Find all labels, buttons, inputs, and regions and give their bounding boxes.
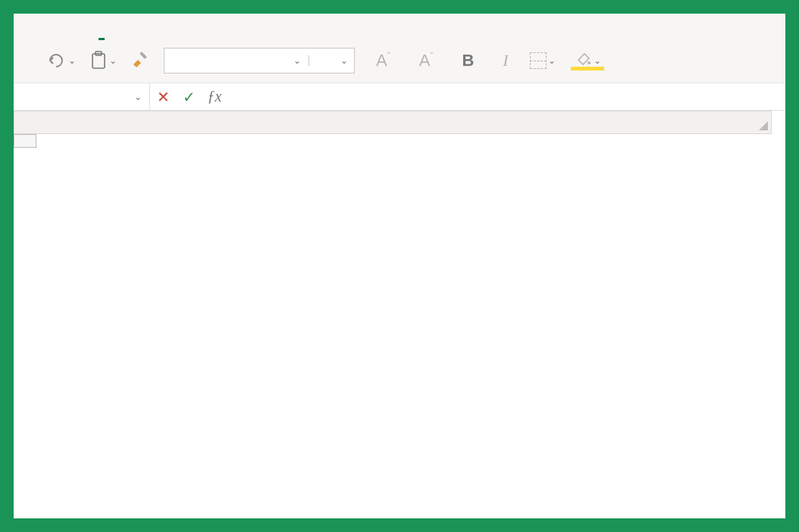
caret-up-icon: ˆ bbox=[387, 52, 390, 62]
toolbar: ⌄ ⌄ ⌄ ⌄ Aˆ Aˇ B bbox=[14, 40, 785, 83]
chevron-down-icon: ⌄ bbox=[293, 55, 301, 66]
decrease-font-button[interactable]: Aˇ bbox=[412, 51, 441, 70]
name-box[interactable]: ⌄ bbox=[14, 83, 150, 110]
tab-formulas[interactable] bbox=[293, 25, 299, 40]
tab-draw[interactable] bbox=[196, 25, 202, 40]
increase-font-button[interactable]: Aˆ bbox=[368, 51, 398, 70]
chevron-down-icon: ⌄ bbox=[340, 55, 348, 66]
paste-button[interactable]: ⌄ bbox=[89, 51, 117, 70]
font-selector[interactable]: ⌄ ⌄ bbox=[164, 48, 355, 74]
select-all-corner[interactable] bbox=[14, 111, 772, 134]
font-size-selector[interactable]: ⌄ bbox=[309, 55, 354, 66]
tab-page-layout[interactable] bbox=[244, 25, 250, 40]
chevron-down-icon: ⌄ bbox=[68, 55, 76, 66]
chevron-down-icon: ⌄ bbox=[109, 55, 117, 66]
fx-icon: ƒx bbox=[202, 83, 227, 110]
undo-icon bbox=[47, 52, 67, 69]
svg-rect-0 bbox=[92, 54, 105, 68]
brush-icon bbox=[130, 51, 150, 70]
cancel-formula-button[interactable]: ✕ bbox=[150, 83, 176, 110]
fill-color-button[interactable]: ⌄ bbox=[569, 52, 606, 69]
format-painter-button[interactable] bbox=[130, 51, 150, 70]
tab-file[interactable] bbox=[50, 25, 56, 40]
tab-data[interactable] bbox=[341, 25, 347, 40]
function-tooltip bbox=[14, 134, 36, 148]
fill-color-swatch bbox=[571, 67, 604, 70]
svg-rect-2 bbox=[139, 52, 147, 59]
chevron-down-icon: ⌄ bbox=[594, 55, 601, 66]
chevron-down-icon: ⌄ bbox=[548, 55, 556, 66]
caret-down-icon: ˇ bbox=[430, 52, 433, 62]
undo-button[interactable]: ⌄ bbox=[47, 52, 76, 69]
clipboard-icon bbox=[89, 51, 108, 70]
tab-review[interactable] bbox=[390, 25, 396, 40]
ribbon-tabs bbox=[14, 14, 785, 40]
borders-button[interactable]: ⌄ bbox=[530, 52, 556, 69]
borders-icon bbox=[530, 52, 547, 69]
svg-point-3 bbox=[588, 61, 591, 64]
tab-home[interactable] bbox=[99, 23, 105, 40]
accept-formula-button[interactable]: ✓ bbox=[176, 83, 202, 110]
spreadsheet-grid[interactable] bbox=[14, 111, 785, 518]
tab-insert[interactable] bbox=[147, 25, 153, 40]
chevron-down-icon: ⌄ bbox=[134, 92, 142, 102]
excel-app: ⌄ ⌄ ⌄ ⌄ Aˆ Aˇ B bbox=[14, 14, 785, 518]
formula-bar: ⌄ ✕ ✓ ƒx bbox=[14, 83, 785, 111]
bold-button[interactable]: B bbox=[454, 51, 481, 70]
italic-button[interactable]: I bbox=[495, 51, 515, 70]
